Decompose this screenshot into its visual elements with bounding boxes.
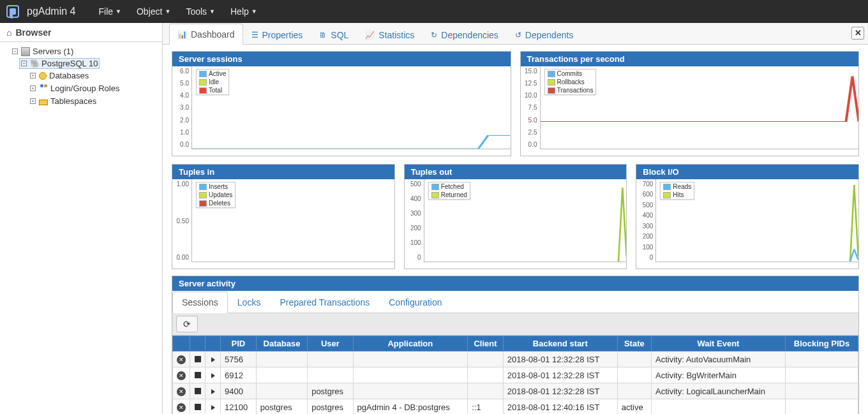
activity-tab-locks[interactable]: Locks (228, 292, 271, 313)
activity-tab-sessions[interactable]: Sessions (172, 292, 228, 313)
plot-area: FetchedReturned (424, 179, 627, 262)
browser-header: ⌂ Browser (0, 23, 162, 42)
menu-object[interactable]: Object▼ (133, 4, 174, 19)
activity-tab-prepared[interactable]: Prepared Transactions (270, 292, 379, 313)
col-header[interactable] (190, 336, 206, 351)
top-menubar: pgAdmin 4 File▼ Object▼ Tools▼ Help▼ (0, 0, 868, 23)
menu-file[interactable]: File▼ (95, 4, 125, 19)
chart-legend: CommitsRollbacksTransactions (544, 69, 597, 95)
col-header[interactable]: Database (256, 336, 307, 351)
expand-row-icon[interactable] (211, 389, 215, 394)
cell-wait: Activity: AutoVacuumMain (651, 351, 785, 367)
cell-block (785, 367, 858, 383)
expand-row-icon[interactable] (211, 405, 215, 410)
col-header[interactable]: User (308, 336, 353, 351)
chart-legend: FetchedReturned (428, 182, 470, 200)
chart-block-io: Block I/O 7006005004003002001000 ReadsHi… (636, 164, 859, 269)
col-header[interactable] (173, 336, 190, 351)
chart-server-sessions: Server sessions 6.05.04.03.02.01.00.0 Ac… (172, 51, 511, 156)
menu-help[interactable]: Help▼ (227, 4, 261, 19)
cancel-icon[interactable] (195, 404, 201, 410)
tab-sql[interactable]: 🗎SQL (311, 24, 357, 45)
dependents-icon: ↺ (515, 31, 521, 40)
col-header[interactable] (206, 336, 221, 351)
col-header[interactable]: Client (468, 336, 504, 351)
server-activity-panel: Server activity Sessions Locks Prepared … (172, 276, 859, 414)
chart-legend: ReadsHits (660, 182, 694, 200)
col-header[interactable]: Wait Event (651, 336, 785, 351)
col-header[interactable]: Backend start (503, 336, 617, 351)
cancel-icon[interactable] (195, 372, 201, 378)
tree-label: Login/Group Roles (50, 84, 119, 93)
caret-down-icon: ▼ (116, 8, 121, 15)
tablespace-icon (39, 100, 48, 105)
terminate-icon[interactable]: ✕ (177, 371, 186, 380)
cell-db (256, 367, 307, 383)
cell-client: ::1 (468, 399, 504, 415)
tab-dashboard[interactable]: 📊Dashboard (169, 24, 243, 45)
col-header[interactable]: Blocking PIDs (785, 336, 858, 351)
browser-panel: ⌂ Browser − Servers (1) − 🐘 (0, 23, 163, 414)
roles-icon (39, 84, 48, 93)
collapse-icon[interactable]: − (12, 48, 18, 54)
cell-start: 2018-08-01 12:32:28 IST (503, 351, 617, 367)
plot-area: InsertsUpdatesDeletes (191, 179, 394, 262)
cell-start: 2018-08-01 12:40:16 IST (503, 399, 617, 415)
tab-label: SQL (331, 30, 348, 40)
tab-dependents[interactable]: ↺Dependents (507, 24, 582, 45)
cell-user: postgres (308, 383, 353, 399)
elephant-icon: 🐘 (30, 59, 40, 68)
cell-app: pgAdmin 4 - DB:postgres (353, 399, 468, 415)
tab-properties[interactable]: ☰Properties (243, 24, 311, 45)
panel-close-button[interactable]: ✕ (851, 27, 864, 40)
table-row[interactable]: ✕12100postgrespostgrespgAdmin 4 - DB:pos… (173, 399, 858, 415)
terminate-icon[interactable]: ✕ (177, 355, 186, 364)
cancel-icon[interactable] (195, 388, 201, 394)
plot-area: CommitsRollbacksTransactions (540, 66, 859, 149)
table-row[interactable]: ✕9400postgres2018-08-01 12:32:28 ISTActi… (173, 383, 858, 399)
expand-icon[interactable]: + (30, 85, 36, 91)
expand-icon[interactable]: + (30, 73, 36, 78)
tab-dependencies[interactable]: ↻Dependencies (423, 24, 507, 45)
collapse-icon[interactable]: − (21, 61, 27, 66)
tree-servers-group[interactable]: − Servers (1) (10, 46, 75, 57)
cell-state (617, 351, 651, 367)
object-tree: − Servers (1) − 🐘 PostgreSQL 10 (0, 42, 162, 414)
cancel-icon[interactable] (195, 356, 201, 362)
properties-icon: ☰ (251, 31, 258, 40)
cell-state: active (617, 399, 651, 415)
tree-label: Tablespaces (50, 96, 96, 106)
table-row[interactable]: ✕69122018-08-01 12:32:28 ISTActivity: Bg… (173, 367, 858, 383)
database-icon (39, 72, 47, 80)
cell-user (308, 351, 353, 367)
terminate-icon[interactable]: ✕ (177, 403, 186, 412)
col-header[interactable]: Application (353, 336, 468, 351)
y-axis: 5004003002001000 (405, 179, 424, 269)
cell-pid: 6912 (221, 367, 257, 383)
cell-user: postgres (308, 399, 353, 415)
caret-down-icon: ▼ (251, 8, 257, 15)
panel-title: Block I/O (636, 165, 858, 179)
cell-app (353, 351, 468, 367)
col-header[interactable]: PID (221, 336, 257, 351)
tree-roles[interactable]: +Login/Group Roles (28, 83, 121, 94)
table-row[interactable]: ✕57562018-08-01 12:32:28 ISTActivity: Au… (173, 351, 858, 367)
expand-icon[interactable]: + (30, 98, 36, 104)
cell-block (785, 399, 858, 415)
statistics-icon: 📈 (365, 31, 375, 40)
chart-tps: Transactions per second 15.012.510.07.55… (520, 51, 860, 156)
expand-row-icon[interactable] (211, 373, 215, 378)
tree-databases[interactable]: +Databases (28, 70, 91, 81)
expand-row-icon[interactable] (211, 357, 215, 362)
terminate-icon[interactable]: ✕ (177, 387, 186, 396)
activity-tabs: Sessions Locks Prepared Transactions Con… (172, 291, 858, 313)
menu-tools[interactable]: Tools▼ (182, 4, 219, 19)
cell-block (785, 383, 858, 399)
activity-tab-configuration[interactable]: Configuration (379, 292, 451, 313)
cell-block (785, 351, 858, 367)
refresh-button[interactable]: ⟳ (176, 316, 198, 332)
tab-statistics[interactable]: 📈Statistics (357, 24, 423, 45)
tree-server-postgresql[interactable]: − 🐘 PostgreSQL 10 (19, 58, 100, 69)
col-header[interactable]: State (617, 336, 651, 351)
tree-tablespaces[interactable]: +Tablespaces (28, 96, 98, 107)
